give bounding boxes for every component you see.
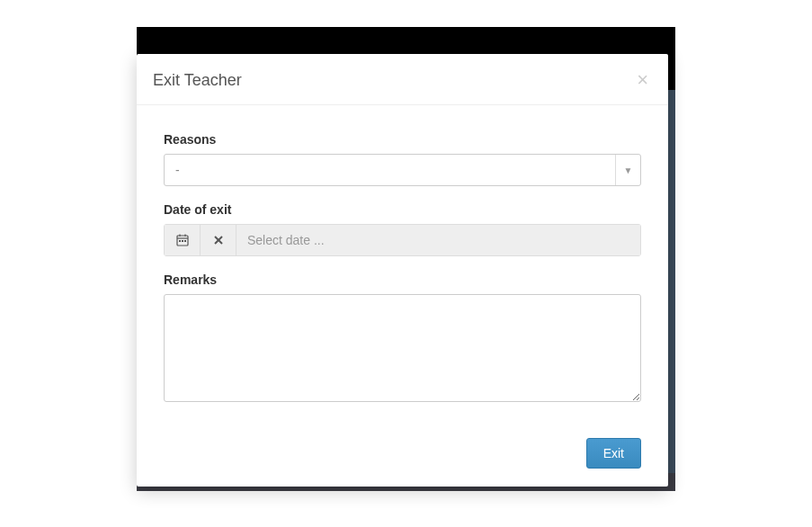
clear-date-button[interactable] (201, 225, 236, 255)
date-input-wrap (164, 224, 641, 256)
remarks-label: Remarks (164, 272, 641, 287)
calendar-icon (176, 234, 189, 246)
svg-rect-4 (179, 240, 181, 242)
remarks-textarea[interactable] (164, 294, 641, 402)
svg-rect-6 (184, 240, 186, 242)
exit-button[interactable]: Exit (586, 438, 641, 469)
calendar-button[interactable] (165, 225, 201, 255)
chevron-down-icon: ▼ (615, 155, 640, 185)
close-button[interactable]: × (633, 70, 652, 90)
modal-body: Reasons - ▼ Date of exit (137, 105, 668, 438)
exit-teacher-modal: Exit Teacher × Reasons - ▼ Date of exit (137, 54, 668, 487)
reasons-group: Reasons - ▼ (164, 132, 641, 186)
modal-header: Exit Teacher × (137, 54, 668, 105)
reasons-select[interactable]: - ▼ (164, 154, 641, 186)
date-of-exit-label: Date of exit (164, 202, 641, 217)
modal-footer: Exit (137, 438, 668, 487)
svg-rect-5 (182, 240, 183, 242)
date-input[interactable] (236, 225, 640, 255)
remarks-group: Remarks (164, 272, 641, 406)
date-of-exit-group: Date of exit (164, 202, 641, 256)
close-icon: × (637, 68, 648, 91)
reasons-label: Reasons (164, 132, 641, 147)
clear-icon (212, 234, 225, 246)
modal-title: Exit Teacher (153, 71, 242, 90)
reasons-value: - (165, 163, 615, 177)
